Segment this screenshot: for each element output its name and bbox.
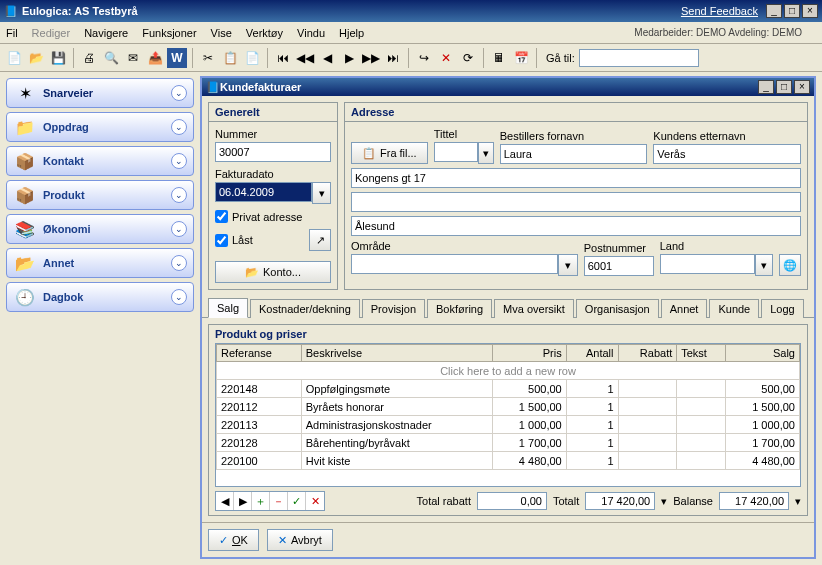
- totalt-dropdown-icon[interactable]: ▾: [661, 495, 667, 508]
- nummer-input[interactable]: [215, 142, 331, 162]
- col-besk[interactable]: Beskrivelse: [301, 345, 492, 362]
- send-feedback-link[interactable]: Send Feedback: [681, 5, 758, 17]
- save-icon[interactable]: 💾: [48, 48, 68, 68]
- balanse-dropdown-icon[interactable]: ▾: [795, 495, 801, 508]
- city-input[interactable]: [351, 216, 801, 236]
- chevron-down-icon[interactable]: ⌄: [171, 289, 187, 305]
- preview-icon[interactable]: 🔍: [101, 48, 121, 68]
- goto-input[interactable]: [579, 49, 699, 67]
- nav-prev-icon[interactable]: ◀: [317, 48, 337, 68]
- nav-next-icon[interactable]: ▶: [339, 48, 359, 68]
- ok-button[interactable]: ✓OOKK: [208, 529, 259, 551]
- omrade-input[interactable]: [351, 254, 558, 274]
- land-dropdown-icon[interactable]: ▾: [755, 254, 773, 276]
- tab-logg[interactable]: Logg: [761, 299, 803, 318]
- chevron-down-icon[interactable]: ⌄: [171, 85, 187, 101]
- minimize-button[interactable]: _: [766, 4, 782, 18]
- nav-nextpage-icon[interactable]: ▶▶: [361, 48, 381, 68]
- col-ref[interactable]: Referanse: [217, 345, 302, 362]
- table-row[interactable]: 220112Byråets honorar1 500,0011 500,00: [217, 398, 800, 416]
- table-row[interactable]: 220148Oppfølgingsmøte500,001500,00: [217, 380, 800, 398]
- nav-last-icon[interactable]: ⏭: [383, 48, 403, 68]
- menu-verktoy[interactable]: Verktøy: [246, 27, 283, 39]
- tab-kunde[interactable]: Kunde: [709, 299, 759, 318]
- grid-ok-icon[interactable]: ✓: [288, 492, 306, 510]
- globe-icon[interactable]: 🌐: [779, 254, 801, 276]
- konto-button[interactable]: 📂Konto...: [215, 261, 331, 283]
- grid-next-icon[interactable]: ▶: [234, 492, 252, 510]
- fakturadato-input[interactable]: [215, 182, 312, 202]
- chevron-down-icon[interactable]: ⌄: [171, 255, 187, 271]
- omrade-dropdown-icon[interactable]: ▾: [558, 254, 578, 276]
- menu-fil[interactable]: Fil: [6, 27, 18, 39]
- land-input[interactable]: [660, 254, 755, 274]
- new-icon[interactable]: 📄: [4, 48, 24, 68]
- grid-prev-icon[interactable]: ◀: [216, 492, 234, 510]
- close-button[interactable]: ×: [802, 4, 818, 18]
- menu-funksjoner[interactable]: Funksjoner: [142, 27, 196, 39]
- menu-hjelp[interactable]: Hjelp: [339, 27, 364, 39]
- menu-rediger[interactable]: Rediger: [32, 27, 71, 39]
- tab-annet[interactable]: Annet: [661, 299, 708, 318]
- col-pris[interactable]: Pris: [493, 345, 567, 362]
- sidebar-item-oppdrag[interactable]: 📁Oppdrag⌄: [6, 112, 194, 142]
- avbryt-button[interactable]: ✕Avbryt: [267, 529, 333, 551]
- word-icon[interactable]: W: [167, 48, 187, 68]
- fra-fil-button[interactable]: 📋Fra fil...: [351, 142, 428, 164]
- grid-remove-icon[interactable]: －: [270, 492, 288, 510]
- tab-provisjon[interactable]: Provisjon: [362, 299, 425, 318]
- table-row[interactable]: 220128Bårehenting/byråvakt1 700,0011 700…: [217, 434, 800, 452]
- refresh-icon[interactable]: ⟳: [458, 48, 478, 68]
- product-grid[interactable]: Referanse Beskrivelse Pris Antall Rabatt…: [215, 343, 801, 487]
- sidebar-item-annet[interactable]: 📂Annet⌄: [6, 248, 194, 278]
- chevron-down-icon[interactable]: ⌄: [171, 153, 187, 169]
- mail-icon[interactable]: ✉: [123, 48, 143, 68]
- copy-icon[interactable]: 📋: [220, 48, 240, 68]
- nav-first-icon[interactable]: ⏮: [273, 48, 293, 68]
- tab-salg[interactable]: Salg: [208, 298, 248, 318]
- tab-mva[interactable]: Mva oversikt: [494, 299, 574, 318]
- chevron-down-icon[interactable]: ⌄: [171, 221, 187, 237]
- nav-prevpage-icon[interactable]: ◀◀: [295, 48, 315, 68]
- table-row[interactable]: 220113Administrasjonskostnader1 000,0011…: [217, 416, 800, 434]
- paste-icon[interactable]: 📄: [242, 48, 262, 68]
- col-rabatt[interactable]: Rabatt: [618, 345, 677, 362]
- grid-add-icon[interactable]: ＋: [252, 492, 270, 510]
- cut-icon[interactable]: ✂: [198, 48, 218, 68]
- inner-close-button[interactable]: ×: [794, 80, 810, 94]
- sidebar-item-kontakt[interactable]: 📦Kontakt⌄: [6, 146, 194, 176]
- tab-organisasjon[interactable]: Organisasjon: [576, 299, 659, 318]
- last-action-icon[interactable]: ↗: [309, 229, 331, 251]
- calc-icon[interactable]: 🖩: [489, 48, 509, 68]
- inner-minimize-button[interactable]: _: [758, 80, 774, 94]
- address-line2-input[interactable]: [351, 192, 801, 212]
- tab-kostnader[interactable]: Kostnader/dekning: [250, 299, 360, 318]
- sidebar-item-okonomi[interactable]: 📚Økonomi⌄: [6, 214, 194, 244]
- open-icon[interactable]: 📂: [26, 48, 46, 68]
- print-icon[interactable]: 🖨: [79, 48, 99, 68]
- maximize-button[interactable]: □: [784, 4, 800, 18]
- address-line1-input[interactable]: [351, 168, 801, 188]
- chevron-down-icon[interactable]: ⌄: [171, 187, 187, 203]
- inner-maximize-button[interactable]: □: [776, 80, 792, 94]
- etternavn-input[interactable]: [653, 144, 801, 164]
- sidebar-item-snarveier[interactable]: ✶Snarveier⌄: [6, 78, 194, 108]
- tab-bokforing[interactable]: Bokføring: [427, 299, 492, 318]
- col-tekst[interactable]: Tekst: [677, 345, 726, 362]
- grid-cancel-icon[interactable]: ✕: [306, 492, 324, 510]
- col-antall[interactable]: Antall: [566, 345, 618, 362]
- last-checkbox[interactable]: [215, 234, 228, 247]
- date-dropdown-icon[interactable]: ▾: [312, 182, 331, 204]
- menu-vise[interactable]: Vise: [211, 27, 232, 39]
- postnr-input[interactable]: [584, 256, 654, 276]
- chevron-down-icon[interactable]: ⌄: [171, 119, 187, 135]
- add-row[interactable]: Click here to add a new row: [217, 362, 800, 380]
- menu-vindu[interactable]: Vindu: [297, 27, 325, 39]
- action1-icon[interactable]: ↪: [414, 48, 434, 68]
- privat-adresse-checkbox[interactable]: [215, 210, 228, 223]
- sidebar-item-dagbok[interactable]: 🕘Dagbok⌄: [6, 282, 194, 312]
- tittel-input[interactable]: [434, 142, 478, 162]
- export-icon[interactable]: 📤: [145, 48, 165, 68]
- sidebar-item-produkt[interactable]: 📦Produkt⌄: [6, 180, 194, 210]
- table-row[interactable]: 220100Hvit kiste4 480,0014 480,00: [217, 452, 800, 470]
